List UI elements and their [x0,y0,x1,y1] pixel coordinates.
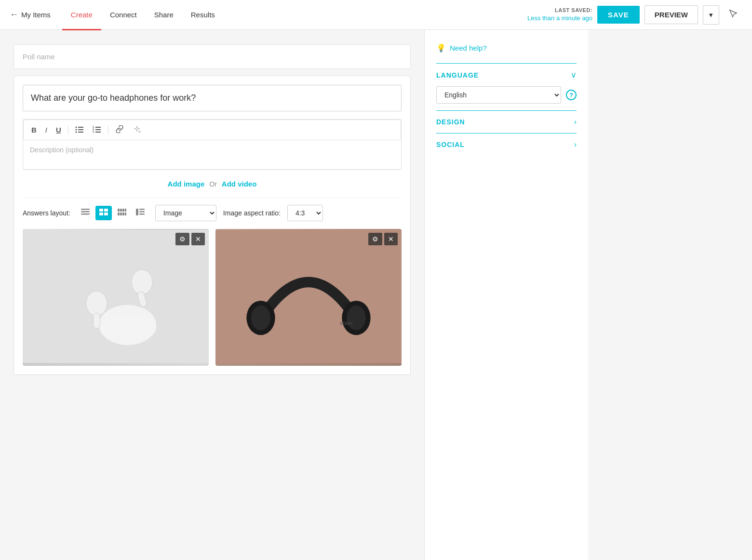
layout-grid2-button[interactable] [95,206,112,220]
nav-share[interactable]: Share [146,0,182,30]
toolbar-divider-2 [108,125,108,135]
language-section-header[interactable]: LANGUAGE ∨ [436,70,577,80]
svg-point-2 [75,129,77,131]
or-label: Or [209,180,217,188]
poll-name-placeholder: Poll name [23,53,55,61]
ratio-select[interactable]: 4:3 1:1 16:9 3:4 [287,205,323,221]
image-answer-2[interactable]: SONY ⚙ ✕ [215,229,402,366]
svg-rect-9 [95,129,101,130]
svg-rect-17 [99,213,103,215]
last-saved: LAST SAVED: Less than a minute ago [527,7,592,23]
design-chevron-icon: › [574,118,577,126]
underline-button[interactable]: U [52,123,65,136]
ordered-list-icon: 1. 2. 3. [93,125,101,133]
back-label: My Items [21,11,51,19]
image-answer-1-controls: ⚙ ✕ [175,233,205,245]
svg-rect-3 [78,129,83,130]
ordered-list-button[interactable]: 1. 2. 3. [89,123,105,137]
answers-controls: Answers layout: [23,198,402,229]
layout-list-detail-button[interactable] [132,206,148,220]
bulb-icon: 💡 [436,43,446,53]
svg-rect-38 [215,230,402,363]
back-link[interactable]: ← My Items [10,10,51,20]
question-card: What are your go-to headphones for work?… [13,76,411,375]
image-answer-2-controls: ⚙ ✕ [368,233,398,245]
save-button[interactable]: SAVE [597,6,640,24]
svg-point-42 [347,306,366,330]
add-image-button[interactable]: Add image [168,180,205,188]
answers-layout-label: Answers layout: [23,209,70,217]
svg-point-36 [132,270,153,294]
svg-rect-13 [81,211,90,213]
image-answers-row: ⚙ ✕ [23,229,402,366]
question-text[interactable]: What are your go-to headphones for work? [23,85,402,111]
description-field[interactable]: Description (optional) [23,140,401,169]
layout-list-button[interactable] [77,206,94,220]
svg-rect-11 [95,132,101,133]
language-row: English Spanish French German Italian ? [436,86,577,104]
image-2-remove-button[interactable]: ✕ [384,233,398,245]
svg-point-34 [86,291,107,316]
preview-button[interactable]: PREVIEW [645,5,698,24]
svg-rect-29 [139,211,145,213]
need-help-label: Need help? [450,44,487,52]
last-saved-label: LAST SAVED: [527,7,592,14]
nav-results[interactable]: Results [182,0,224,30]
add-media-row: Add image Or Add video [23,170,402,198]
svg-rect-23 [118,213,120,215]
svg-point-40 [251,306,270,330]
airpods-image [23,229,209,364]
language-help-button[interactable]: ? [566,90,577,100]
image-2-settings-button[interactable]: ⚙ [368,233,382,245]
svg-text:3.: 3. [93,130,95,133]
svg-rect-35 [93,313,100,329]
need-help-link[interactable]: 💡 Need help? [436,43,577,53]
italic-button[interactable]: I [41,123,51,136]
image-answer-1[interactable]: ⚙ ✕ [23,229,209,366]
unordered-list-icon [75,125,84,133]
formatting-toolbar: B I U [23,120,401,140]
poll-name-field[interactable]: Poll name [13,44,411,69]
toolbar-divider-1 [68,125,68,135]
nav-create[interactable]: Create [62,0,101,30]
type-select[interactable]: Image Text Image + Text [155,205,216,221]
description-placeholder: Description (optional) [30,146,94,154]
svg-rect-20 [120,209,122,212]
nav-connect[interactable]: Connect [101,0,146,30]
cursor-button[interactable] [724,4,742,25]
svg-rect-24 [120,213,122,215]
bold-button[interactable]: B [27,123,40,136]
svg-rect-22 [125,209,126,212]
social-section-header[interactable]: SOCIAL › [436,140,577,149]
svg-rect-26 [125,213,126,215]
svg-rect-12 [81,209,90,210]
dropdown-button[interactable]: ▾ [703,5,719,25]
grid2-layout-icon [99,209,108,215]
link-button[interactable] [111,123,128,137]
add-video-button[interactable]: Add video [222,180,257,188]
unordered-list-button[interactable] [71,123,88,137]
left-content: Poll name What are your go-to headphones… [0,30,424,560]
magic-button[interactable] [129,123,145,137]
layout-grid4-button[interactable] [114,206,130,220]
svg-rect-14 [81,213,90,215]
svg-rect-21 [122,209,124,212]
last-saved-time: Less than a minute ago [527,14,592,23]
design-section-title: DESIGN [436,118,465,126]
cursor-icon [728,8,739,19]
layout-icons [77,206,148,220]
social-section-title: SOCIAL [436,141,465,148]
social-chevron-icon: › [574,140,577,149]
nav-links: Create Connect Share Results [62,0,527,30]
svg-point-4 [75,132,77,133]
svg-text:SONY: SONY [339,321,353,326]
image-1-settings-button[interactable]: ⚙ [175,233,189,245]
svg-rect-19 [118,209,120,212]
list-detail-layout-icon [136,209,145,215]
design-section-header[interactable]: DESIGN › [436,118,577,126]
design-section: DESIGN › [436,110,577,133]
image-1-remove-button[interactable]: ✕ [191,233,205,245]
right-sidebar: 💡 Need help? LANGUAGE ∨ English Spanish … [424,30,588,560]
language-select[interactable]: English Spanish French German Italian [436,86,561,104]
top-nav: ← My Items Create Connect Share Results … [0,0,752,30]
